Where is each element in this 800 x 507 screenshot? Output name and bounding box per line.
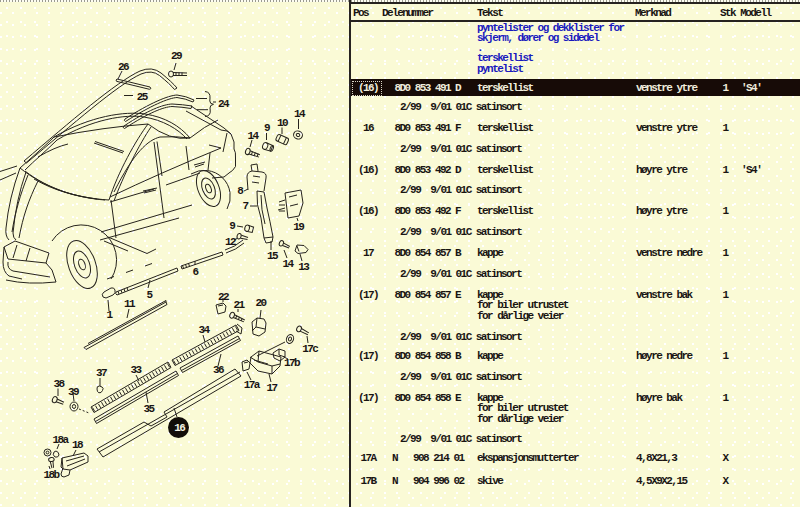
svg-text:36: 36: [213, 364, 224, 376]
svg-text:13: 13: [298, 261, 310, 273]
svg-text:19: 19: [293, 221, 304, 233]
svg-text:18a: 18a: [52, 434, 69, 446]
svg-text:11: 11: [124, 298, 136, 310]
svg-text:22: 22: [218, 291, 229, 303]
svg-text:10: 10: [277, 117, 288, 129]
svg-text:7: 7: [243, 200, 249, 212]
svg-text:21: 21: [233, 299, 245, 311]
svg-text:8: 8: [237, 185, 244, 197]
svg-text:17a: 17a: [244, 379, 261, 391]
svg-text:9: 9: [229, 220, 235, 232]
svg-text:25: 25: [137, 91, 149, 103]
svg-text:33: 33: [130, 364, 142, 376]
svg-text:38: 38: [53, 378, 65, 390]
svg-text:15: 15: [267, 250, 279, 262]
svg-text:5: 5: [146, 289, 153, 301]
svg-text:17c: 17c: [302, 343, 318, 355]
svg-text:20: 20: [256, 297, 267, 309]
svg-text:39: 39: [68, 386, 79, 398]
svg-text:26: 26: [118, 61, 129, 73]
svg-text:12: 12: [225, 236, 236, 248]
svg-text:35: 35: [143, 403, 155, 415]
svg-text:14: 14: [283, 258, 295, 270]
svg-text:34: 34: [198, 324, 210, 336]
svg-text:14: 14: [294, 108, 306, 120]
svg-text:37: 37: [96, 367, 107, 379]
svg-text:18: 18: [72, 439, 84, 451]
svg-text:29: 29: [171, 50, 182, 62]
svg-text:16: 16: [174, 422, 185, 434]
svg-text:14: 14: [247, 130, 259, 142]
svg-text:17b: 17b: [284, 357, 301, 369]
svg-text:6: 6: [192, 266, 198, 278]
svg-text:18b: 18b: [44, 469, 61, 481]
svg-text:9: 9: [264, 122, 270, 134]
svg-text:24: 24: [218, 98, 230, 110]
svg-text:1: 1: [106, 309, 113, 321]
svg-text:17: 17: [267, 382, 278, 394]
